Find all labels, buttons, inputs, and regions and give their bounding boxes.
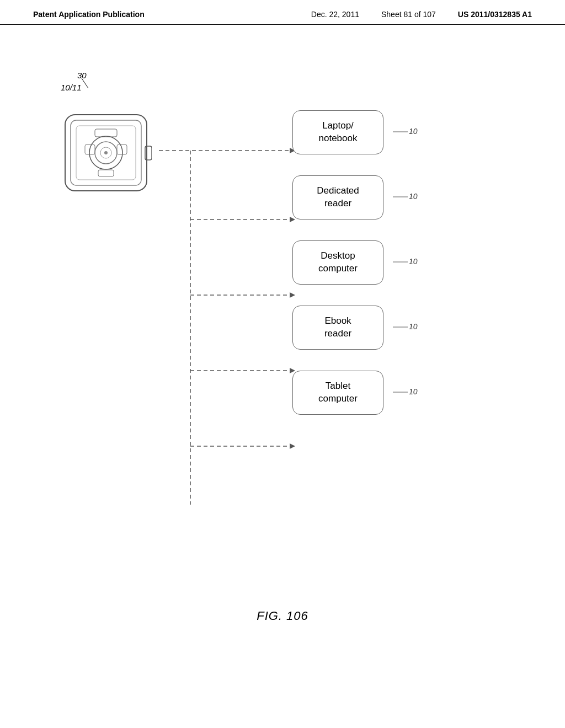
svg-marker-23 xyxy=(290,443,295,449)
boxes-container: Laptop/notebook 101 Dedicatedreader 103 xyxy=(292,110,418,436)
svg-text:101: 101 xyxy=(409,127,418,136)
ref-arrow-103: 103 xyxy=(390,191,418,203)
box-tablet: Tabletcomputer xyxy=(292,371,383,415)
box-row-ebook: Ebookreader 107 xyxy=(292,306,418,350)
box-desktop: Desktopcomputer xyxy=(292,240,383,285)
box-row-dedicated: Dedicatedreader 103 xyxy=(292,175,418,220)
box-row-desktop: Desktopcomputer 105 xyxy=(292,240,418,285)
ref-arrow-109: 109 xyxy=(390,386,418,398)
ref-arrow-105: 105 xyxy=(390,256,418,268)
svg-point-7 xyxy=(104,151,108,154)
ref-arrow-107: 107 xyxy=(390,321,418,333)
box-tablet-ref: 109 xyxy=(390,386,418,400)
box-laptop-text: Laptop/notebook xyxy=(319,120,358,145)
diagram-area: 10/11 30 xyxy=(0,25,565,687)
svg-line-0 xyxy=(82,78,88,88)
svg-rect-11 xyxy=(98,170,114,176)
header-sheet: Sheet 81 of 107 xyxy=(381,10,436,19)
box-row-tablet: Tabletcomputer 109 xyxy=(292,371,418,415)
box-ebook-text: Ebookreader xyxy=(324,315,351,340)
box-laptop-ref: 101 xyxy=(390,126,418,140)
svg-rect-8 xyxy=(95,129,117,137)
header-right-group: Dec. 22, 2011 Sheet 81 of 107 US 2011/03… xyxy=(311,10,532,19)
svg-text:105: 105 xyxy=(409,257,418,266)
svg-rect-12 xyxy=(145,146,152,160)
header-date: Dec. 22, 2011 xyxy=(311,10,359,19)
svg-text:107: 107 xyxy=(409,322,418,331)
box-laptop: Laptop/notebook xyxy=(292,110,383,154)
box-ebook: Ebookreader xyxy=(292,306,383,350)
figure-caption: FIG. 106 xyxy=(257,609,308,623)
box-dedicated: Dedicatedreader xyxy=(292,175,383,220)
header-patent: US 2011/0312835 A1 xyxy=(458,10,532,19)
label-arrow-10 xyxy=(76,78,93,95)
page-header: Patent Application Publication Dec. 22, … xyxy=(0,0,565,25)
box-ebook-ref: 107 xyxy=(390,321,418,335)
box-tablet-text: Tabletcomputer xyxy=(318,380,358,405)
device-container: 10/11 30 xyxy=(61,110,152,198)
svg-text:109: 109 xyxy=(409,387,418,396)
box-desktop-text: Desktopcomputer xyxy=(318,250,358,275)
svg-text:103: 103 xyxy=(409,192,418,201)
box-desktop-ref: 105 xyxy=(390,256,418,270)
header-left-label: Patent Application Publication xyxy=(33,10,145,19)
box-row-laptop: Laptop/notebook 101 xyxy=(292,110,418,154)
ref-arrow-101: 101 xyxy=(390,126,418,138)
box-dedicated-ref: 103 xyxy=(390,191,418,205)
box-dedicated-text: Dedicatedreader xyxy=(317,185,359,210)
device-drawing xyxy=(61,110,152,196)
